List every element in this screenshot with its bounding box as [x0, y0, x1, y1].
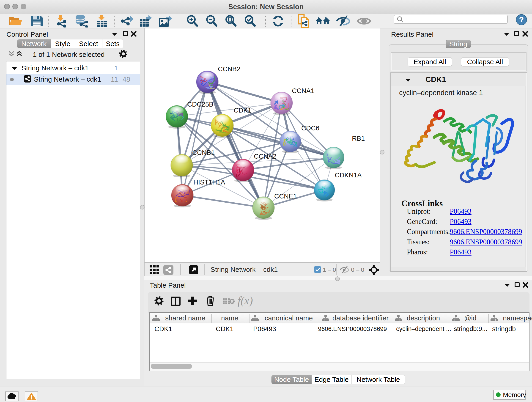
svg-text:CDC25B: CDC25B: [187, 101, 213, 108]
svg-text:RB1: RB1: [352, 135, 365, 142]
svg-text:CDK1: CDK1: [234, 107, 251, 114]
svg-text:HIST1H1A: HIST1H1A: [193, 179, 225, 186]
svg-text:CCNA1: CCNA1: [292, 87, 314, 95]
svg-text:CDC6: CDC6: [301, 124, 319, 132]
svg-text:CDKN1A: CDKN1A: [335, 172, 362, 179]
svg-text:CCNE1: CCNE1: [274, 192, 297, 200]
svg-text:CCNB2: CCNB2: [218, 65, 240, 73]
svg-text:CCNA2: CCNA2: [254, 153, 276, 160]
svg-text:CCNB1: CCNB1: [192, 149, 215, 156]
